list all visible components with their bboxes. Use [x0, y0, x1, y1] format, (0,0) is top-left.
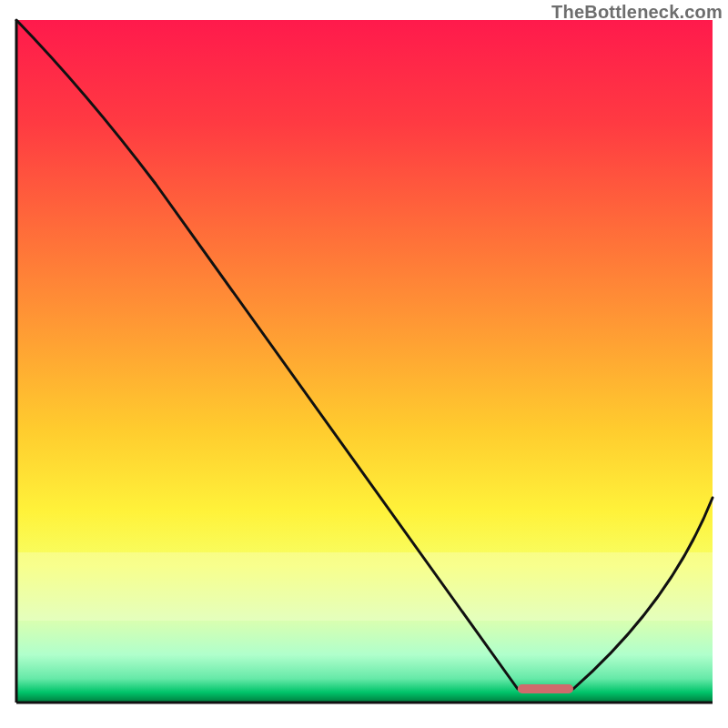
bottleneck-chart	[0, 0, 728, 728]
chart-container	[0, 0, 728, 728]
pale-band	[16, 552, 713, 621]
watermark-label: TheBottleneck.com	[551, 2, 723, 23]
valley-marker	[518, 684, 573, 693]
